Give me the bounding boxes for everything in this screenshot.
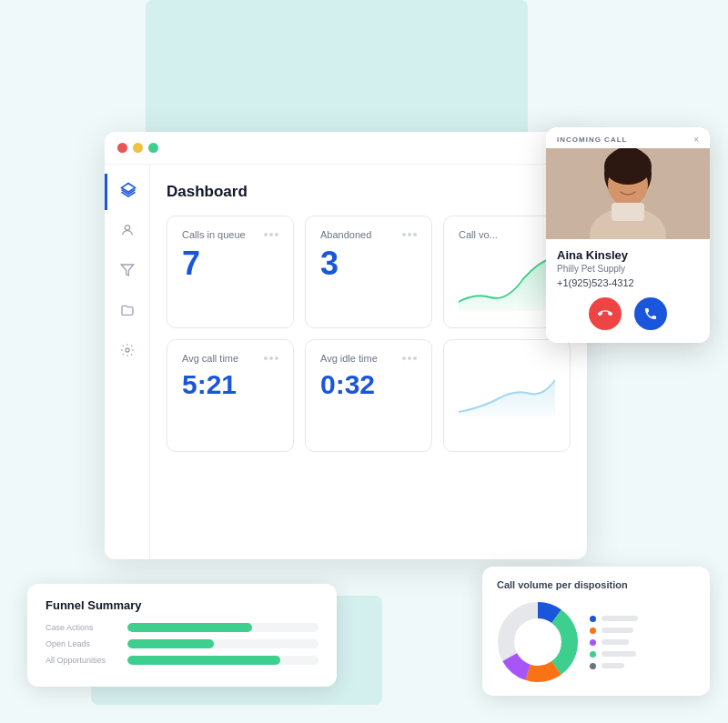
legend-line-3 (602, 639, 629, 645)
svg-rect-10 (612, 203, 644, 221)
disposition-card: Call volume per disposition (482, 567, 710, 696)
accept-button[interactable] (634, 297, 667, 330)
avg-call-time-label: Avg call time (182, 353, 238, 364)
funnel-row-case-actions: Case Actions (46, 623, 318, 632)
disposition-content (497, 601, 695, 683)
funnel-row-open-leads: Open Leads (46, 639, 318, 648)
metric-avg-call-time: Avg call time 5:21 (167, 339, 294, 452)
incoming-header: INCOMING CALL × (546, 127, 710, 148)
bottom-chart (443, 339, 571, 452)
call-volume-chart (459, 247, 555, 311)
main-content: Dashboard Calls in queue 7 Abandoned (150, 165, 587, 559)
legend-line-5 (602, 663, 624, 668)
legend-line-1 (602, 616, 638, 621)
funnel-bar-all-opportunities (127, 656, 280, 665)
legend-dot-orange (590, 628, 596, 634)
caller-photo (546, 148, 710, 239)
svg-point-4 (126, 348, 129, 352)
gear-icon (120, 343, 135, 361)
legend-dot-grey (590, 663, 596, 669)
funnel-summary-card: Funnel Summary Case Actions Open Leads A… (27, 584, 337, 687)
sidebar-item-folder[interactable] (105, 294, 149, 330)
legend-item-1 (590, 616, 638, 622)
legend-line-4 (602, 651, 636, 657)
funnel-row-all-opportunities: All Opportunities (46, 656, 318, 665)
incoming-call-card: INCOMING CALL × Aina Kinsley Philly Pet … (546, 127, 710, 343)
legend-dot-purple (590, 639, 596, 646)
metric-abandoned: Abandoned 3 (305, 216, 432, 328)
avg-idle-time-value: 0:32 (320, 371, 417, 398)
filter-icon (120, 263, 135, 281)
funnel-label-open-leads: Open Leads (46, 639, 118, 648)
menu-dots-3[interactable] (264, 356, 278, 360)
caller-company: Philly Pet Supply (557, 264, 699, 274)
sidebar (105, 165, 150, 559)
calls-in-queue-label: Calls in queue (182, 229, 246, 240)
accept-icon (643, 306, 658, 321)
funnel-bar-bg-case-actions (127, 623, 318, 632)
abandoned-label: Abandoned (320, 229, 371, 240)
donut-chart (497, 601, 579, 683)
caller-phone: +1(925)523-4312 (557, 277, 699, 288)
svg-point-16 (516, 620, 560, 664)
funnel-bar-bg-open-leads (127, 639, 318, 648)
metrics-grid: Calls in queue 7 Abandoned 3 (167, 216, 571, 452)
incoming-call-label: INCOMING CALL (557, 136, 627, 144)
legend-dot-green (590, 651, 596, 658)
disposition-title: Call volume per disposition (497, 579, 695, 590)
close-button[interactable]: × (693, 135, 699, 145)
caller-avatar-svg (546, 148, 710, 239)
titlebar-dot-red[interactable] (117, 143, 127, 153)
calls-in-queue-value: 7 (182, 247, 278, 280)
sidebar-item-contacts[interactable] (105, 214, 149, 250)
decline-icon (598, 306, 612, 321)
sidebar-item-dashboard[interactable] (105, 174, 149, 210)
svg-point-8 (604, 148, 652, 185)
legend-item-5 (590, 663, 638, 669)
legend-item-2 (590, 628, 638, 634)
sidebar-item-settings[interactable] (105, 334, 149, 370)
window-titlebar (105, 132, 587, 165)
disposition-legend (590, 616, 638, 669)
call-volume-label: Call vo... (459, 229, 498, 240)
decline-button[interactable] (589, 297, 622, 330)
person-icon (120, 223, 135, 241)
layers-icon (120, 182, 136, 202)
titlebar-dot-green[interactable] (148, 143, 158, 153)
legend-item-4 (590, 651, 638, 658)
legend-item-3 (590, 639, 638, 646)
menu-dots-2[interactable] (402, 233, 417, 236)
funnel-bar-bg-all-opportunities (127, 656, 318, 665)
legend-dot-blue (590, 616, 596, 622)
avg-call-time-value: 5:21 (182, 371, 278, 398)
funnel-bar-open-leads (127, 639, 214, 648)
metric-calls-in-queue: Calls in queue 7 (167, 216, 294, 328)
page-title: Dashboard (167, 183, 571, 201)
call-actions (557, 297, 699, 334)
titlebar-dot-yellow[interactable] (133, 143, 143, 153)
funnel-label-case-actions: Case Actions (46, 623, 118, 632)
funnel-label-all-opportunities: All Opportunities (46, 656, 118, 665)
funnel-bar-case-actions (127, 623, 252, 632)
svg-point-2 (125, 226, 129, 230)
menu-dots-4[interactable] (402, 356, 417, 360)
legend-line-2 (602, 628, 633, 633)
metric-avg-idle-time: Avg idle time 0:32 (305, 339, 432, 452)
caller-name: Aina Kinsley (557, 248, 699, 262)
sidebar-item-filter[interactable] (105, 254, 149, 290)
svg-marker-3 (121, 265, 133, 276)
funnel-title: Funnel Summary (46, 598, 318, 612)
menu-dots[interactable] (264, 233, 278, 236)
abandoned-value: 3 (320, 247, 417, 280)
bottom-area-chart (459, 353, 555, 417)
dashboard-window: Dashboard Calls in queue 7 Abandoned (105, 132, 587, 559)
caller-info: Aina Kinsley Philly Pet Supply +1(925)52… (546, 239, 710, 343)
avg-idle-time-label: Avg idle time (320, 353, 378, 364)
folder-icon (120, 303, 135, 321)
